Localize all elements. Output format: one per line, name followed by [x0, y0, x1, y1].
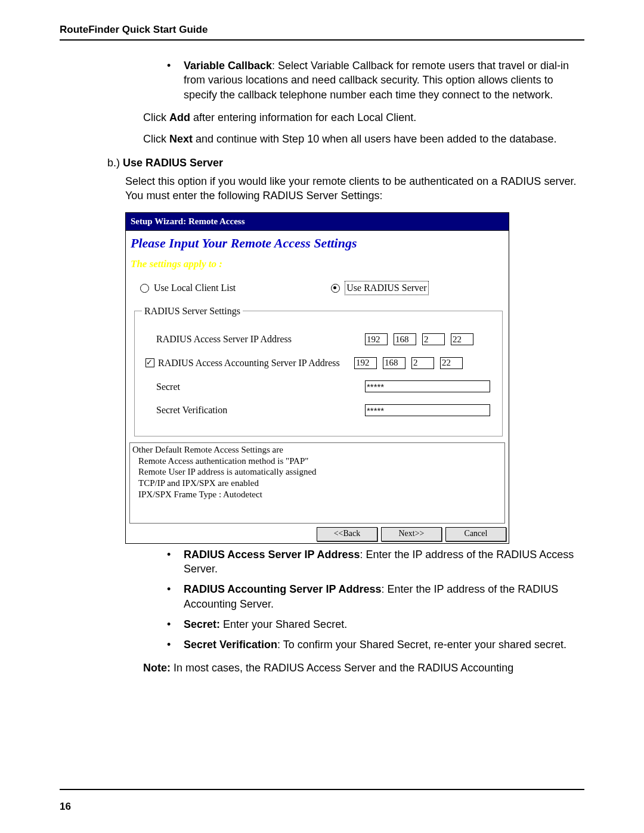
accounting-ip-octet-1[interactable] — [354, 357, 377, 369]
text: Click — [143, 133, 169, 145]
wizard-title-bar: Setup Wizard: Remote Access — [126, 213, 509, 230]
info-line: TCP/IP and IPX/SPX are enabled — [132, 478, 502, 489]
accounting-ip-octet-2[interactable] — [383, 357, 405, 369]
next-button[interactable]: Next>> — [381, 527, 442, 541]
access-ip-octet-4[interactable] — [451, 333, 473, 345]
footer-rule — [60, 789, 584, 790]
accounting-ip-octet-3[interactable] — [411, 357, 434, 369]
text: Click — [143, 112, 169, 123]
note-text: In most cases, the RADIUS Access Server … — [171, 662, 513, 674]
wizard-subheading: The settings apply to : — [126, 252, 509, 276]
prefix: b.) — [107, 157, 123, 169]
note-bold: Note: — [143, 662, 171, 674]
bullet-title: Secret: — [184, 618, 220, 630]
radio-use-radius-label[interactable]: Use RADIUS Server — [345, 281, 428, 295]
click-add-para: Click Add after entering information for… — [143, 110, 584, 125]
page-number: 16 — [60, 801, 71, 813]
info-line: Other Default Remote Access Settings are — [132, 444, 502, 456]
accounting-server-ip-label: RADIUS Access Accounting Server IP Addre… — [158, 357, 340, 370]
secret-verification-input[interactable] — [365, 404, 490, 416]
bullet-title: RADIUS Access Server IP Address — [184, 549, 360, 561]
bullet-text: Enter your Shared Secret. — [220, 618, 347, 630]
bold-text: Add — [169, 112, 190, 123]
access-ip-octet-3[interactable] — [422, 333, 445, 345]
radio-local-client-label[interactable]: Use Local Client List — [154, 281, 236, 295]
note-para: Note: In most cases, the RADIUS Access S… — [143, 661, 584, 675]
radio-use-radius-server[interactable] — [331, 284, 340, 293]
main-content: Variable Callback: Select Variable Callb… — [107, 58, 584, 675]
secret-verification-label: Secret Verification — [142, 404, 365, 417]
bullet-title: RADIUS Accounting Server IP Address — [184, 583, 381, 595]
section-b-text: Select this option if you would like you… — [125, 174, 584, 203]
info-line: Remote Access authentication method is "… — [132, 456, 502, 467]
text: after entering information for each Loca… — [190, 112, 416, 123]
bullet-title: Variable Callback — [184, 60, 272, 72]
variable-callback-bullet: Variable Callback: Select Variable Callb… — [167, 58, 584, 102]
bold-title: Use RADIUS Server — [123, 157, 223, 169]
cancel-button[interactable]: Cancel — [445, 527, 506, 541]
secret-label: Secret — [142, 380, 365, 394]
accounting-server-checkbox[interactable] — [145, 358, 154, 367]
access-ip-octet-1[interactable] — [365, 333, 388, 345]
radio-local-client-list[interactable] — [140, 284, 149, 293]
access-server-ip-label: RADIUS Access Server IP Address — [142, 333, 365, 346]
info-line: Remote User IP address is automatically … — [132, 466, 502, 478]
accounting-ip-octet-4[interactable] — [440, 357, 463, 369]
click-next-para: Click Next and continue with Step 10 whe… — [143, 132, 584, 146]
section-b-heading: b.) Use RADIUS Server — [107, 156, 584, 170]
info-line: IPX/SPX Frame Type : Autodetect — [132, 489, 502, 500]
text: and continue with Step 10 when all users… — [193, 133, 556, 145]
doc-header: RouteFinder Quick Start Guide — [60, 24, 584, 38]
setup-wizard-panel: Setup Wizard: Remote Access Please Input… — [125, 212, 509, 543]
lower-bullets: RADIUS Access Server IP Address: Enter t… — [167, 547, 584, 652]
bold-text: Next — [169, 133, 193, 145]
radius-settings-fieldset: RADIUS Server Settings RADIUS Access Ser… — [134, 305, 503, 436]
bullet-title: Secret Verification — [184, 639, 277, 651]
fieldset-legend: RADIUS Server Settings — [142, 305, 243, 318]
back-button[interactable]: <<Back — [317, 527, 377, 541]
header-rule — [60, 39, 584, 41]
default-settings-info: Other Default Remote Access Settings are… — [129, 442, 505, 524]
bullet-text: : To confirm your Shared Secret, re-ente… — [277, 639, 566, 651]
wizard-heading: Please Input Your Remote Access Settings — [126, 231, 509, 252]
access-ip-octet-2[interactable] — [394, 333, 416, 345]
secret-input[interactable] — [365, 380, 490, 392]
